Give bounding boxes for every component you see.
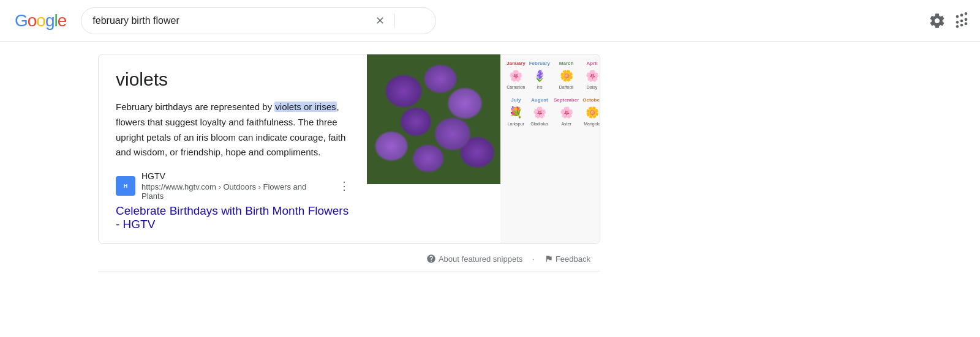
flag-icon (545, 254, 553, 263)
microphone-icon[interactable] (402, 20, 407, 22)
flower-icon-apr: 🌸 (584, 67, 600, 84)
logo-g2: g (45, 11, 55, 30)
main-content: violets February birthdays are represent… (0, 42, 980, 284)
header: Google ✕ (0, 0, 980, 42)
flower-icon-jul: 💐 (507, 104, 524, 121)
apps-grid-icon[interactable] (953, 12, 970, 29)
month-cell-july: July💐Larkspur (505, 96, 527, 127)
bottom-divider (98, 271, 600, 272)
flower-label-jan: Carnation (507, 85, 525, 89)
snippet-footer: About featured snippets · Feedback (98, 251, 600, 266)
logo-g: G (15, 11, 28, 30)
month-name-apr: April (587, 61, 598, 66)
month-cell-february: February🪻Iris (528, 59, 551, 95)
flower-label-aug: Gladiolus (530, 122, 548, 126)
month-name-mar: March (559, 61, 574, 66)
month-name-jan: January (507, 61, 526, 66)
month-cell-august: August🌸Gladiolus (528, 96, 551, 127)
month-name-feb: February (529, 61, 550, 66)
month-cell-january: January🌸Carnation (505, 59, 527, 95)
month-name-oct: October (582, 97, 600, 103)
flower-icon-jan: 🌸 (507, 67, 524, 84)
search-bar: ✕ (81, 7, 436, 34)
flower-icon-aug: 🌸 (531, 104, 548, 121)
favicon-inner: H (117, 177, 134, 194)
favicon-letter: H (124, 183, 128, 189)
search-icon[interactable] (422, 20, 427, 22)
header-right (929, 12, 970, 29)
logo-e: e (58, 11, 67, 30)
logo-o2: o (36, 11, 45, 30)
logo-o1: o (28, 11, 37, 30)
month-cell-september: September🌸Aster (552, 96, 580, 127)
month-name-sep: September (554, 97, 579, 103)
snippet-text-before: February birthdays are represented by (116, 102, 274, 112)
month-name-jul: July (511, 97, 521, 103)
about-snippets-label: About featured snippets (439, 254, 522, 264)
flower-label-mar: Daffodil (559, 85, 574, 89)
lens-icon[interactable] (412, 20, 417, 22)
snippet-images: January🌸CarnationFebruary🪻IrisMarch🌼Daff… (367, 54, 600, 243)
source-name: HGTV (141, 171, 330, 181)
birth-month-chart[interactable]: January🌸CarnationFebruary🪻IrisMarch🌼Daff… (500, 54, 600, 243)
flower-label-jul: Larkspur (508, 122, 524, 126)
snippet-source: H HGTV https://www.hgtv.com › Outdoors ›… (116, 171, 350, 201)
snippet-body: February birthdays are represented by vi… (116, 100, 350, 160)
source-url: https://www.hgtv.com › Outdoors › Flower… (141, 182, 330, 201)
flower-icon-mar: 🌼 (558, 67, 575, 84)
snippet-text-panel: violets February birthdays are represent… (99, 54, 367, 243)
flower-label-oct: Marigold (584, 122, 600, 126)
source-favicon: H (116, 176, 135, 196)
settings-icon[interactable] (929, 12, 946, 29)
search-divider (394, 13, 395, 28)
flower-icon-oct: 🌼 (584, 104, 600, 121)
month-name-aug: August (531, 97, 548, 103)
footer-separator: · (532, 254, 535, 264)
snippet-highlight: violets or irises (274, 102, 336, 112)
flower-label-sep: Aster (561, 122, 571, 126)
violet-photo (367, 54, 500, 184)
feedback-label: Feedback (556, 254, 590, 264)
month-cell-october: October🌼Marigold (581, 96, 600, 127)
violet-image[interactable] (367, 54, 500, 184)
snippet-link[interactable]: Celebrate Birthdays with Birth Month Flo… (116, 204, 350, 231)
about-snippets-button[interactable]: About featured snippets (421, 251, 527, 266)
featured-snippet: violets February birthdays are represent… (98, 54, 600, 244)
flower-icon-sep: 🌸 (558, 104, 575, 121)
month-cell-april: April🌸Daisy (581, 59, 600, 95)
clear-icon[interactable]: ✕ (373, 14, 387, 28)
source-info: HGTV https://www.hgtv.com › Outdoors › F… (141, 171, 330, 201)
snippet-title: violets (116, 69, 350, 90)
flower-icon-feb: 🪻 (531, 67, 548, 84)
help-icon (426, 254, 436, 264)
source-menu-icon[interactable]: ⋮ (339, 179, 350, 193)
flower-label-apr: Daisy (587, 85, 598, 89)
month-cell-march: March🌼Daffodil (552, 59, 580, 95)
search-input[interactable] (92, 15, 368, 26)
feedback-button[interactable]: Feedback (540, 252, 595, 266)
google-logo[interactable]: Google (15, 11, 66, 31)
flower-label-feb: Iris (537, 85, 542, 89)
